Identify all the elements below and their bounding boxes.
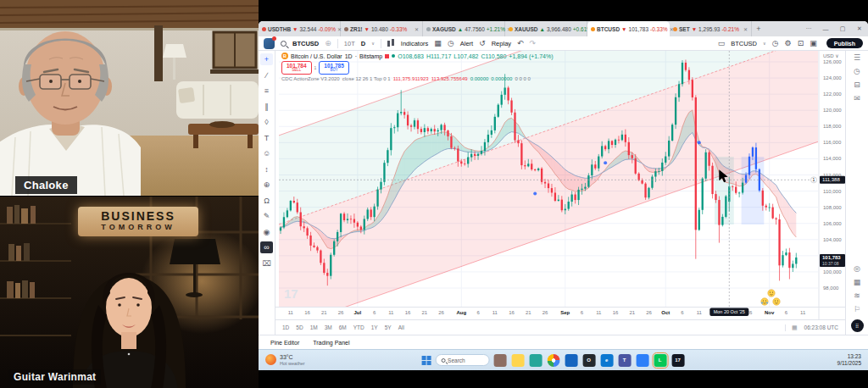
range-5y[interactable]: 5Y <box>385 324 392 330</box>
price-tick: 124,000 <box>823 75 842 80</box>
parallel-channel-icon[interactable]: ∥ <box>260 101 273 113</box>
measure-icon[interactable]: ↕ <box>260 164 273 175</box>
help-icon[interactable]: ◎ <box>854 265 860 273</box>
range-1d[interactable]: 1D <box>282 324 289 330</box>
chart-style-icon[interactable] <box>387 39 395 47</box>
window-close-button[interactable]: ✕ <box>851 25 868 32</box>
price-axis-currency[interactable]: USD ∨ <box>823 53 839 58</box>
browser-tab-set[interactable]: SET▼1,295.93-0.21%✕ <box>670 21 752 36</box>
settings-gear-icon[interactable]: ⚙ <box>785 40 792 47</box>
apps-menu-button[interactable]: ⠿ <box>851 319 864 332</box>
replay-icon[interactable]: ↺ <box>479 40 486 47</box>
hide-drawings-icon[interactable]: ◉ <box>260 226 273 238</box>
publish-button[interactable]: Publish <box>826 38 863 48</box>
browser-tab-btcusd[interactable]: BTCUSD▼101,783-0.33%✕ <box>587 21 670 36</box>
magnet-icon[interactable]: Ω <box>260 195 273 207</box>
zoom-tool-icon[interactable]: ⊕ <box>260 179 273 191</box>
tab-direction-arrow: ▼ <box>364 26 369 32</box>
tab-close-icon[interactable]: ✕ <box>743 26 748 32</box>
link-mode-icon[interactable]: ∞ <box>260 241 273 253</box>
weather-widget[interactable]: 33°C Hot weather <box>265 354 305 366</box>
emoji-sticker[interactable] <box>773 298 780 305</box>
text-tool-icon[interactable]: T <box>260 132 273 144</box>
calendar-icon[interactable]: ▦ <box>854 279 861 286</box>
hotlists-icon[interactable]: ⊟ <box>854 81 860 89</box>
symbol-search-button[interactable]: BTCUSD <box>292 40 319 47</box>
go-to-date-icon[interactable]: ▦ <box>785 324 798 331</box>
browser-tab-xagusd[interactable]: XAGUSD▲47.7560+1.21%✕ <box>423 21 505 36</box>
tradingview-logo[interactable] <box>264 38 275 49</box>
range-3m[interactable]: 3M <box>325 324 332 330</box>
taskbar-app-phone-link[interactable] <box>565 354 577 367</box>
emoji-sticker[interactable] <box>761 298 768 305</box>
range-ytd[interactable]: YTD <box>353 324 364 330</box>
clock-utc[interactable]: 06:23:08 UTC <box>804 324 838 330</box>
chevron-down-icon[interactable]: ∨ <box>371 41 375 46</box>
delete-drawings-icon[interactable]: ⌧ <box>260 258 273 269</box>
window-minimize-button[interactable]: — <box>817 26 834 32</box>
alert-clock-icon[interactable]: ◷ <box>448 40 454 47</box>
replay-button[interactable]: Replay <box>492 40 511 47</box>
taskbar-app-tradingview[interactable]: 17 <box>671 354 684 367</box>
taskbar-app-photos[interactable] <box>529 354 542 367</box>
crosshair-icon[interactable]: + <box>260 53 273 65</box>
browser-tab-xauusd[interactable]: XAUUSD▲3,966.480+0.61%✕ <box>505 21 587 36</box>
window-maximize-button[interactable]: ▢ <box>834 25 851 32</box>
search-icon[interactable] <box>281 41 287 47</box>
range-5d[interactable]: 5D <box>296 324 303 330</box>
new-tab-button[interactable]: + <box>752 21 765 36</box>
taskbar-clock[interactable]: 13:23 9/11/2025 <box>837 353 861 367</box>
browser-tab-usdthb[interactable]: USDTHB▼32.544-0.09%✕ <box>259 21 341 36</box>
taskbar-app-widgets[interactable] <box>493 354 506 367</box>
alerts-icon[interactable]: ◷ <box>854 68 860 75</box>
taskbar-search[interactable]: Search <box>435 354 489 366</box>
emoji-sticker[interactable] <box>768 290 775 297</box>
taskbar-app-line[interactable]: L <box>654 354 666 367</box>
undo-icon[interactable]: ↶ <box>517 40 524 47</box>
snapshot-camera-icon[interactable]: ▣ <box>810 40 817 47</box>
interval-button[interactable]: D <box>361 40 365 47</box>
trend-line-icon[interactable]: ∕ <box>260 69 273 81</box>
layout-name[interactable]: BTCUSD <box>731 40 757 47</box>
indicators-button[interactable]: Indicators <box>401 40 429 47</box>
interval-favorite[interactable]: 10T <box>344 40 355 47</box>
svg-text:101,783: 101,783 <box>822 255 841 260</box>
browser-tab-zr1[interactable]: ZR1!▼10.480-0.33%✕ <box>341 21 423 36</box>
taskbar-app-teams[interactable]: T <box>618 354 631 367</box>
redo-icon[interactable]: ↷ <box>530 40 537 47</box>
pattern-tool-icon[interactable]: ◊ <box>260 116 273 128</box>
streams-icon[interactable]: ≋ <box>854 292 860 300</box>
range-1y[interactable]: 1Y <box>371 324 378 330</box>
save-layout-icon[interactable]: ▭ <box>718 40 726 47</box>
quick-search-icon[interactable]: ◷ <box>772 40 779 47</box>
window-controls: ⋯—▢✕ <box>800 21 868 36</box>
chat-icon[interactable]: ✉ <box>854 95 860 103</box>
chevron-down-icon[interactable]: ∨ <box>763 41 766 46</box>
trading-panel-tab[interactable]: Trading Panel <box>313 340 349 346</box>
taskbar-app-file-explorer[interactable] <box>511 354 524 367</box>
taskbar-center: Search OeTL17 <box>421 350 684 370</box>
taskbar-app-chrome[interactable] <box>547 354 559 367</box>
range-1m[interactable]: 1M <box>310 324 318 330</box>
tab-close-icon[interactable]: ✕ <box>415 26 419 32</box>
taskbar-app-obs[interactable]: O <box>582 354 595 367</box>
fullscreen-icon[interactable]: ⊡ <box>798 40 804 47</box>
layout-grid-icon[interactable]: ▦ <box>434 40 442 47</box>
svg-text:1: 1 <box>813 177 815 182</box>
compare-add-icon[interactable]: ⊕ <box>325 40 331 47</box>
start-button[interactable] <box>421 356 431 365</box>
taskbar-app-app-store[interactable] <box>636 354 648 367</box>
price-chart[interactable]: 17USD ∨98,000100,000102,000104,000106,00… <box>275 51 845 319</box>
watchlist-icon[interactable]: ☰ <box>854 54 860 62</box>
date-range-bar: 1D5D1M3M6MYTD1Y5YAll ▦ 06:23:08 UTC <box>275 319 845 335</box>
fib-retracement-icon[interactable]: ≡ <box>260 85 273 97</box>
alert-button[interactable]: Alert <box>460 40 473 47</box>
range-6m[interactable]: 6M <box>339 324 347 330</box>
notifications-icon[interactable]: ⚐ <box>854 306 860 313</box>
range-all[interactable]: All <box>398 324 404 330</box>
pine-editor-tab[interactable]: Pine Editor <box>270 340 299 346</box>
draw-icon[interactable]: ✎ <box>260 210 273 222</box>
window-more-menu-icon[interactable]: ⋯ <box>800 25 817 32</box>
taskbar-app-edge[interactable]: e <box>600 354 613 367</box>
emoji-tool-icon[interactable]: ☺ <box>260 147 273 159</box>
